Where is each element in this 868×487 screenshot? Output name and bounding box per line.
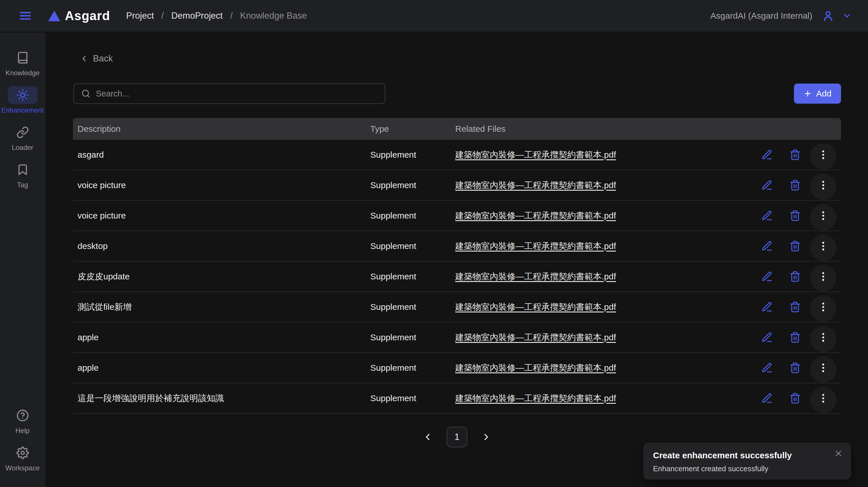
search-icon xyxy=(81,89,91,98)
more-options-button[interactable] xyxy=(817,270,830,283)
chevron-down-icon[interactable] xyxy=(842,11,852,21)
more-options-button[interactable] xyxy=(817,301,830,313)
edit-button[interactable] xyxy=(761,301,773,313)
chevron-right-icon xyxy=(481,432,491,442)
row-type: Supplement xyxy=(370,333,455,342)
more-options-button[interactable] xyxy=(817,179,830,191)
edit-button[interactable] xyxy=(761,148,773,161)
related-file-link[interactable]: 建築物室內裝修—工程承攬契約書範本.pdf xyxy=(455,393,616,403)
previous-page-button[interactable] xyxy=(422,431,433,443)
row-related-files: 建築物室內裝修—工程承攬契約書範本.pdf xyxy=(455,149,755,161)
trash-icon xyxy=(789,332,801,343)
row-type: Supplement xyxy=(370,272,455,281)
delete-button[interactable] xyxy=(789,331,801,344)
kebab-menu-icon xyxy=(817,271,829,282)
edit-button[interactable] xyxy=(761,270,773,283)
row-related-files: 建築物室內裝修—工程承攬契約書範本.pdf xyxy=(455,180,755,191)
sidebar-item-label: Help xyxy=(16,427,30,435)
sidebar-item-knowledge[interactable]: Knowledge xyxy=(0,44,45,82)
pencil-icon xyxy=(761,240,773,252)
sidebar-item-loader[interactable]: Loader xyxy=(0,119,45,156)
sidebar-item-tag[interactable]: Tag xyxy=(0,156,45,193)
more-options-button[interactable] xyxy=(817,240,830,252)
delete-button[interactable] xyxy=(789,240,801,252)
close-icon[interactable] xyxy=(833,448,844,459)
breadcrumb-item-knowledge-base: Knowledge Base xyxy=(240,11,307,21)
sidebar-item-help[interactable]: Help xyxy=(0,402,45,439)
related-file-link[interactable]: 建築物室內裝修—工程承攬契約書範本.pdf xyxy=(455,363,616,372)
row-description: desktop xyxy=(73,241,370,251)
edit-button[interactable] xyxy=(761,179,773,191)
table-row: voice picture Supplement 建築物室內裝修—工程承攬契約書… xyxy=(73,170,841,201)
add-button-label: Add xyxy=(816,89,831,98)
edit-button[interactable] xyxy=(761,392,773,404)
delete-button[interactable] xyxy=(789,209,801,222)
table-row: 皮皮皮update Supplement 建築物室內裝修—工程承攬契約書範本.p… xyxy=(73,262,841,292)
back-button[interactable]: Back xyxy=(80,53,113,64)
sidebar-item-workspace[interactable]: Workspace xyxy=(0,439,45,477)
book-icon xyxy=(17,52,29,64)
row-actions xyxy=(755,209,841,222)
toast-message: Enhancement created successfully xyxy=(653,464,841,473)
row-related-files: 建築物室內裝修—工程承攬契約書範本.pdf xyxy=(455,210,755,222)
sidebar-item-label: Tag xyxy=(17,181,28,189)
app-logo[interactable]: Asgard xyxy=(48,9,110,23)
delete-button[interactable] xyxy=(789,270,801,283)
help-circle-icon xyxy=(17,409,29,422)
row-description: 皮皮皮update xyxy=(73,271,370,282)
user-icon[interactable] xyxy=(822,9,835,22)
more-options-button[interactable] xyxy=(817,209,830,222)
add-button[interactable]: Add xyxy=(794,84,841,104)
breadcrumb-item-project[interactable]: Project xyxy=(126,11,154,21)
back-label: Back xyxy=(93,53,113,64)
kebab-menu-icon xyxy=(817,240,829,252)
related-file-link[interactable]: 建築物室內裝修—工程承攬契約書範本.pdf xyxy=(455,211,616,220)
row-description: voice picture xyxy=(73,211,370,220)
more-options-button[interactable] xyxy=(817,148,830,161)
sidebar-item-label: Knowledge xyxy=(5,69,40,77)
row-description: 這是一段增強說明用於補充說明該知識 xyxy=(73,393,370,404)
related-file-link[interactable]: 建築物室內裝修—工程承攬契約書範本.pdf xyxy=(455,180,616,190)
trash-icon xyxy=(789,240,801,252)
search-input[interactable] xyxy=(96,89,378,98)
edit-button[interactable] xyxy=(761,240,773,252)
row-actions xyxy=(755,270,841,283)
row-related-files: 建築物室內裝修—工程承攬契約書範本.pdf xyxy=(455,393,755,404)
row-actions xyxy=(755,392,841,404)
more-options-button[interactable] xyxy=(817,362,830,374)
edit-button[interactable] xyxy=(761,362,773,374)
edit-button[interactable] xyxy=(761,331,773,344)
breadcrumb-separator: / xyxy=(161,11,164,21)
related-file-link[interactable]: 建築物室內裝修—工程承攬契約書範本.pdf xyxy=(455,272,616,281)
toast-notification: Create enhancement successfully Enhancem… xyxy=(644,443,851,480)
delete-button[interactable] xyxy=(789,148,801,161)
row-actions xyxy=(755,301,841,313)
row-type: Supplement xyxy=(370,302,455,312)
account-area[interactable]: AsgardAI (Asgard Internal) xyxy=(710,9,852,22)
pencil-icon xyxy=(761,393,773,404)
logo-triangle-icon xyxy=(48,11,60,21)
related-file-link[interactable]: 建築物室內裝修—工程承攬契約書範本.pdf xyxy=(455,150,616,159)
edit-button[interactable] xyxy=(761,209,773,222)
sidebar-top-group: Knowledge Enhancement Loader Tag xyxy=(0,33,45,193)
delete-button[interactable] xyxy=(789,179,801,191)
pencil-icon xyxy=(761,332,773,343)
row-type: Supplement xyxy=(370,180,455,190)
delete-button[interactable] xyxy=(789,392,801,404)
column-header-description: Description xyxy=(73,124,370,134)
more-options-button[interactable] xyxy=(817,392,830,404)
next-page-button[interactable] xyxy=(480,431,492,443)
related-file-link[interactable]: 建築物室內裝修—工程承攬契約書範本.pdf xyxy=(455,333,616,342)
trash-icon xyxy=(789,149,801,160)
breadcrumb-item-demoproject[interactable]: DemoProject xyxy=(172,11,223,21)
page-number-button[interactable]: 1 xyxy=(446,427,467,447)
sidebar-item-enhancement[interactable]: Enhancement xyxy=(0,82,45,119)
related-file-link[interactable]: 建築物室內裝修—工程承攬契約書範本.pdf xyxy=(455,302,616,311)
hamburger-menu-icon[interactable] xyxy=(19,9,32,23)
more-options-button[interactable] xyxy=(817,331,830,344)
related-file-link[interactable]: 建築物室內裝修—工程承攬契約書範本.pdf xyxy=(455,241,616,251)
delete-button[interactable] xyxy=(789,362,801,374)
table-row: 測試從file新增 Supplement 建築物室內裝修—工程承攬契約書範本.p… xyxy=(73,292,841,323)
kebab-menu-icon xyxy=(817,301,829,313)
delete-button[interactable] xyxy=(789,301,801,313)
